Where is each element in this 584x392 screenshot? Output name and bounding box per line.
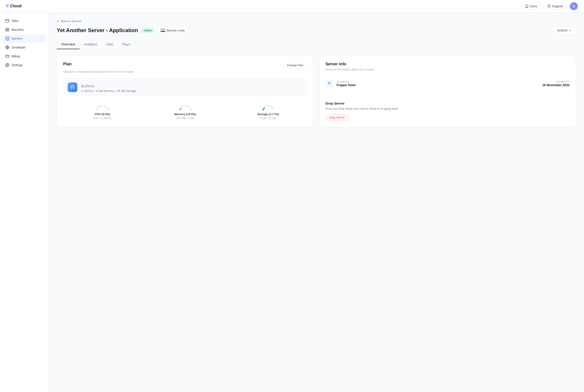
svg-point-16 [7, 65, 8, 66]
back-link[interactable]: Back to Servers [57, 20, 576, 23]
india-flag-icon: 🇮🇳 [160, 28, 165, 33]
tab-analytics[interactable]: Analytics [80, 40, 102, 49]
drop-server-section: Drop Server Once you drop server your se… [326, 97, 569, 121]
drop-server-button[interactable]: Drop Server [326, 114, 349, 121]
svg-rect-8 [6, 37, 9, 38]
plan-price-section: $125/mo 2 vCPUs + 4 GB Memory + 25 GB St… [81, 82, 136, 92]
billing-icon [5, 54, 9, 58]
owned-by-label: Owned By [337, 80, 539, 83]
help-circle-icon [547, 4, 551, 8]
svg-rect-14 [6, 55, 9, 58]
cpu-meter: CPU (0.5%) 0.01 / 2 vCPUs [63, 103, 142, 120]
server-info-card: Server info General information about yo… [319, 55, 576, 127]
svg-rect-6 [6, 30, 7, 31]
page-header: Yet Another Server - Application Active … [57, 26, 576, 34]
location-badge: 🇮🇳 Mumbai, India [157, 27, 188, 34]
brand-name: Cloud [10, 4, 22, 8]
owned-by-info: Owned By Frappe Team [337, 80, 539, 87]
brand[interactable]: F Cloud [6, 4, 22, 9]
cards-row: Plan Change Plan Upgrade or downgrade yo… [57, 55, 576, 127]
storage-sub: 4 GB / 25 GB [260, 117, 276, 120]
plan-subtitle: Upgrade or downgrade your plan based on … [63, 70, 307, 73]
owned-by-name: Frappe Team [337, 83, 539, 87]
settings-icon [5, 63, 9, 67]
sidebar-item-billing[interactable]: Billing [3, 52, 46, 60]
cpu-label: CPU (0.5%) [95, 112, 110, 116]
plan-price-amount: $125 [81, 84, 89, 88]
plan-title: Plan [63, 62, 72, 66]
book-icon [525, 4, 528, 8]
docs-label: Docs [530, 4, 537, 8]
svg-rect-9 [6, 39, 9, 40]
main-content: Back to Servers Yet Another Server - App… [49, 12, 584, 392]
brand-logo: F [6, 4, 9, 9]
storage-label: Storage (17.7%) [257, 112, 279, 116]
svg-rect-5 [8, 28, 9, 29]
memory-sub: 615 MB / 4 GB [176, 117, 194, 120]
storage-meter: Storage (17.7%) 4 GB / 25 GB [229, 103, 307, 120]
change-plan-button[interactable]: Change Plan [283, 62, 307, 69]
docs-button[interactable]: Docs [522, 3, 540, 10]
support-label: Support [552, 4, 563, 8]
sidebar-settings-label: Settings [12, 63, 23, 67]
memory-arc-svg [178, 103, 192, 110]
sidebar-benches-label: Benches [12, 28, 24, 32]
cpu-arc-svg [96, 103, 109, 110]
sidebar-item-settings[interactable]: Settings [3, 61, 46, 69]
actions-button[interactable]: Actions [553, 26, 576, 34]
plan-info-box: $125/mo 2 vCPUs + 4 GB Memory + 25 GB St… [63, 78, 307, 96]
memory-arc [178, 103, 192, 110]
sidebar-item-servers[interactable]: Servers [3, 34, 46, 42]
plan-price-suffix: /mo [89, 84, 94, 88]
arrow-left-icon [57, 20, 60, 23]
owned-by-row: F Owned By Frappe Team Created On 15 Nov… [326, 76, 569, 92]
svg-rect-7 [8, 30, 9, 31]
sidebar-item-sites[interactable]: Sites [3, 17, 46, 25]
created-on: Created On 15 November 2022 [542, 80, 569, 87]
navbar: F Cloud Docs Support U [0, 0, 584, 12]
tab-jobs[interactable]: Jobs [102, 40, 118, 49]
plan-specs: 2 vCPUs + 4 GB Memory + 25 GB Storage [81, 89, 136, 92]
tabs: Overview Analytics Jobs Plays [57, 40, 576, 49]
drop-server-title: Drop Server [326, 102, 569, 105]
plan-card: Plan Change Plan Upgrade or downgrade yo… [57, 55, 314, 127]
browser-icon [5, 19, 9, 23]
sidebar-sites-label: Sites [12, 19, 19, 22]
sidebar-billing-label: Billing [12, 54, 20, 58]
grid-icon [5, 28, 9, 32]
status-badge: Active [141, 28, 154, 33]
sidebar-item-developer[interactable]: Developer [3, 44, 46, 52]
svg-rect-4 [6, 28, 7, 29]
usage-meters: CPU (0.5%) 0.01 / 2 vCPUs Memory (15.0%) [63, 103, 307, 120]
storage-arc-svg [261, 103, 275, 110]
avatar-image: U [570, 2, 578, 10]
storage-arc [261, 103, 275, 110]
avatar[interactable]: U [570, 2, 578, 10]
server-info-title: Server info [326, 62, 346, 66]
actions-label: Actions [557, 28, 567, 32]
server-info-section: F Owned By Frappe Team Created On 15 Nov… [326, 76, 569, 92]
cpu-arc [96, 103, 109, 110]
plan-icon [68, 82, 77, 92]
chevron-down-icon [569, 29, 572, 32]
server-info-subtitle: General information about your server [326, 68, 569, 71]
sidebar: Sites Benches Se [0, 12, 49, 392]
created-on-label: Created On [542, 80, 569, 83]
sidebar-servers-label: Servers [12, 37, 22, 40]
drop-server-desc: Once you drop server your server, there … [326, 106, 569, 111]
tab-plays[interactable]: Plays [118, 40, 135, 49]
support-button[interactable]: Support [544, 3, 566, 10]
rocket-icon [70, 85, 75, 90]
server-icon [5, 36, 9, 40]
tab-overview[interactable]: Overview [57, 40, 80, 49]
cpu-sub: 0.01 / 2 vCPUs [93, 117, 111, 120]
sidebar-developer-label: Developer [12, 46, 26, 49]
back-link-label: Back to Servers [61, 20, 82, 23]
code-icon [5, 46, 9, 50]
memory-meter: Memory (15.0%) 615 MB / 4 GB [146, 103, 225, 120]
created-on-date: 15 November 2022 [542, 83, 569, 87]
app-layout: Sites Benches Se [0, 12, 584, 392]
location-label: Mumbai, India [166, 29, 185, 32]
navbar-actions: Docs Support U [522, 2, 578, 10]
sidebar-item-benches[interactable]: Benches [3, 26, 46, 34]
